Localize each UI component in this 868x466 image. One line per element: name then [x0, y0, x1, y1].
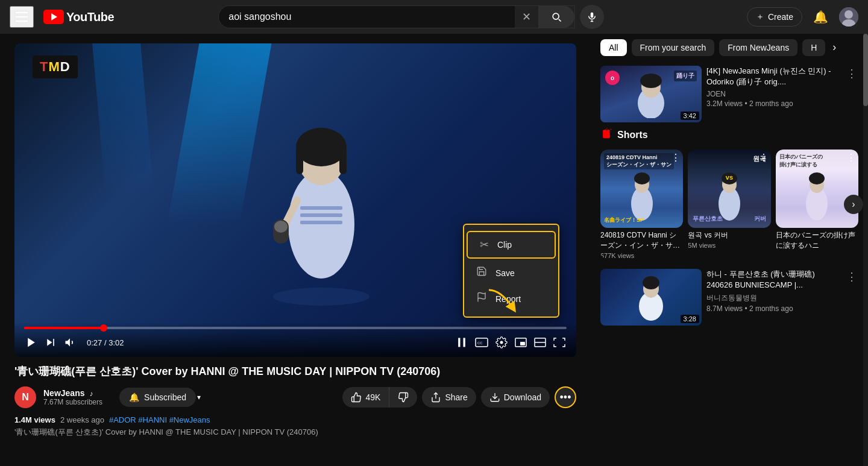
short-2-cover-text: 커버 [754, 215, 766, 223]
short-2-more-button[interactable]: ⋮ [759, 152, 769, 163]
mute-button[interactable] [63, 335, 77, 350]
settings-button[interactable] [494, 335, 509, 350]
filter-from-newjeans-pill[interactable]: From NewJeans [719, 39, 797, 56]
video-meta-main: 1.4M views 2 weeks ago #ADOR #HANNI #New… [14, 415, 576, 424]
svg-point-43 [634, 172, 650, 184]
bottom-more-button[interactable]: ⋮ [845, 269, 858, 285]
like-button[interactable]: 49K [342, 387, 389, 408]
progress-fill [24, 327, 104, 329]
pause-center-button[interactable] [454, 335, 469, 350]
play-button[interactable] [24, 335, 39, 350]
featured-more-button[interactable]: ⋮ [845, 66, 858, 81]
featured-video-meta: 3.2M views • 2 months ago [706, 99, 840, 108]
search-button[interactable] [538, 6, 574, 28]
svg-rect-26 [464, 338, 465, 347]
channel-avatar[interactable]: N [14, 386, 36, 408]
filter-all-pill[interactable]: All [600, 39, 627, 56]
short-1-more-button[interactable]: ⋮ [671, 152, 681, 163]
subscribe-dropdown-button[interactable]: ▾ [196, 392, 202, 403]
short-2-vs-label: vs [726, 174, 733, 181]
share-button[interactable]: Share [422, 387, 476, 408]
more-options-button[interactable]: ••• [555, 386, 576, 408]
video-player-container: TMD [14, 43, 576, 357]
popup-clip-item[interactable]: ✂ Clip [467, 231, 556, 259]
header-left: YouTube [10, 6, 142, 28]
create-button[interactable]: ＋ Create [747, 7, 802, 27]
short-2-bottom-text: 푸른산호초 [693, 215, 723, 223]
subscribe-button[interactable]: 🔔 Subscribed [119, 388, 196, 407]
svg-rect-2 [591, 13, 594, 18]
subscribe-bell-icon: 🔔 [129, 392, 139, 402]
time-total: 3:02 [108, 338, 124, 347]
bottom-channel-name: 버니즈동물병원 [706, 293, 840, 303]
voice-search-button[interactable] [580, 5, 604, 29]
svg-rect-16 [296, 147, 303, 174]
theater-button[interactable] [533, 336, 547, 348]
user-avatar[interactable] [839, 7, 858, 27]
svg-point-8 [273, 288, 370, 306]
video-description: '青い珊瑚礁(푸른 산호초)' Cover by HANNI @ THE MUS… [14, 427, 576, 438]
svg-rect-17 [339, 147, 347, 174]
bottom-video-title: 하니 - 푸른산호초 (青い珊瑚礁) 240626 BUNNIESCAMP |.… [706, 269, 840, 291]
controls-right: CC [454, 335, 567, 350]
miniplayer-button[interactable] [514, 336, 528, 348]
search-input[interactable] [219, 6, 515, 28]
thumbs-up-icon [351, 392, 362, 403]
featured-sidebar-video[interactable]: 3:42 踊り子 o [4K] NewJeans Minji (뉴진스 민지) … [600, 66, 858, 122]
short-1-badge: 名曲ライブ！SP [604, 216, 644, 224]
filter-more-pill[interactable]: H [802, 39, 825, 56]
download-button[interactable]: Download [481, 387, 550, 408]
popup-save-item[interactable]: Save [464, 260, 558, 286]
clear-search-button[interactable]: ✕ [515, 6, 538, 28]
subtitles-button[interactable]: CC [474, 336, 489, 348]
filter-next-button[interactable]: › [830, 39, 838, 56]
notifications-button[interactable]: 🔔 [810, 6, 832, 28]
bottom-video-meta: 8.7M views • 2 months ago [706, 304, 840, 313]
bottom-thumb-figure [630, 273, 672, 321]
svg-rect-31 [520, 342, 525, 345]
share-icon [430, 392, 441, 403]
short-3-title: 日本のバニーズの掛け声に涙するハニ [776, 230, 858, 251]
subscriber-count: 7.67M subscribers [43, 398, 102, 406]
svg-rect-20 [274, 221, 288, 233]
short-3-more-button[interactable]: ⋮ [846, 152, 856, 163]
short-1-title: 240819 CDTV Hanni シーズン・イン・ザ・サン 名曲ライブ！SP [600, 230, 683, 251]
short-card-2[interactable]: 원곡 vs 푸른산호초 커버 원곡 vs 커버 5M views ⋮ [688, 150, 770, 259]
clip-icon: ✂ [480, 238, 489, 251]
svg-marker-24 [66, 338, 71, 346]
video-title: '青い珊瑚礁(푸른 산호초)' Cover by HANNI @ THE MUS… [14, 364, 576, 379]
filter-pills: All From your search From NewJeans H › [600, 39, 858, 56]
youtube-logo-text: YouTube [66, 10, 114, 24]
filter-from-search-pill[interactable]: From your search [632, 39, 715, 56]
controls-row: 0:27 / 3:02 CC [24, 335, 567, 350]
shorts-next-button[interactable]: › [844, 195, 863, 214]
save-label: Save [495, 268, 515, 278]
scrollbar-thumb[interactable] [863, 34, 868, 106]
dislike-button[interactable] [389, 387, 417, 408]
featured-thumb-figure [627, 70, 675, 118]
bottom-sidebar-video[interactable]: 3:28 하니 - 푸른산호초 (青い珊瑚礁) 240626 BUNNIESCA… [600, 269, 858, 326]
download-label: Download [504, 392, 541, 402]
shorts-icon [600, 127, 612, 142]
featured-views: 3.2M views [706, 99, 743, 108]
svg-point-52 [643, 276, 659, 289]
subscribe-label: Subscribed [144, 392, 186, 402]
header-right: ＋ Create 🔔 [747, 6, 858, 28]
next-button[interactable] [43, 335, 58, 350]
fullscreen-button[interactable] [552, 336, 567, 348]
bottom-thumb: 3:28 [600, 269, 702, 326]
channel-name[interactable]: NewJeans ♪ [43, 388, 102, 398]
progress-bar[interactable] [24, 327, 567, 329]
svg-point-29 [500, 341, 503, 344]
video-player[interactable]: TMD [14, 43, 576, 357]
tmd-d: D [60, 59, 71, 74]
featured-channel-name: JOEN [706, 90, 840, 98]
bottom-views: 8.7M views [706, 304, 743, 313]
search-bar: ✕ [218, 5, 575, 28]
time-display: 0:27 / 3:02 [87, 338, 124, 347]
hamburger-menu-button[interactable] [10, 6, 34, 28]
video-section: TMD [0, 34, 591, 466]
thumbs-down-icon [398, 392, 409, 403]
short-card-1[interactable]: 240819 CDTV Hanniシーズン・イン・ザ・サン 名曲ライブ！SP 2… [600, 150, 683, 259]
youtube-logo[interactable]: YouTube [43, 10, 114, 24]
